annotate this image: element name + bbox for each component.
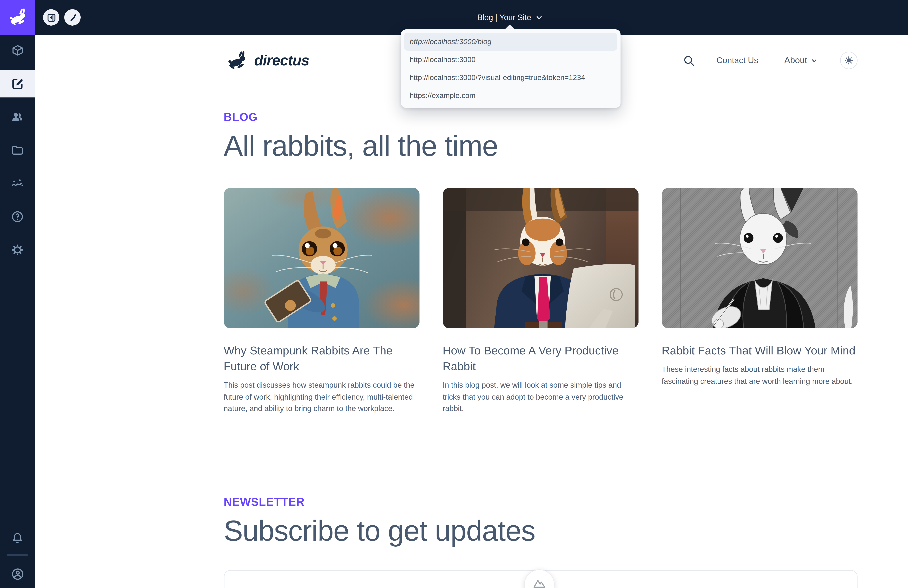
post-image-steampunk-rabbit — [224, 188, 419, 328]
directus-rabbit-icon — [224, 50, 249, 71]
help-icon — [11, 210, 24, 223]
chevron-down-icon — [536, 14, 543, 21]
directus-visual-editor: Blog | Your Site 1860 × 1020 100% — [0, 0, 908, 588]
settings-icon — [11, 243, 24, 256]
post-image-productive-rabbit — [443, 188, 638, 328]
site-brand-wordmark: directus — [254, 52, 309, 69]
url-option[interactable]: https://example.com — [404, 87, 617, 104]
blog-post-card[interactable]: Rabbit Facts That Will Blow Your Mind Th… — [662, 188, 857, 414]
blog-eyebrow: BLOG — [224, 111, 857, 124]
blog-title: All rabbits, all the time — [224, 129, 857, 162]
post-title: Why Steampunk Rabbits Are The Future of … — [224, 342, 419, 374]
nav-dropdown-about[interactable]: About — [784, 56, 817, 65]
editor-toolbar — [43, 9, 80, 26]
mountain-icon — [532, 570, 546, 588]
post-description: In this blog post, we will look at some … — [443, 379, 638, 414]
site-preview: directus Contact Us About — [35, 35, 908, 588]
sidebar-item-files[interactable] — [0, 136, 35, 164]
module-sidebar — [0, 35, 35, 588]
blog-post-card[interactable]: How To Become A Very Productive Rabbit I… — [443, 188, 638, 414]
nav-link-contact-us[interactable]: Contact Us — [716, 56, 758, 65]
url-switcher-dropdown: http://localhost:3000/blog http://localh… — [401, 29, 620, 108]
folder-icon — [11, 143, 24, 157]
collapse-panel-button[interactable] — [43, 9, 60, 26]
edit-icon — [11, 77, 24, 90]
sidebar-item-help[interactable] — [0, 202, 35, 230]
directus-rabbit-icon — [6, 8, 29, 27]
post-description: This post discusses how steampunk rabbit… — [224, 379, 419, 414]
url-option[interactable]: http://localhost:3000 — [404, 51, 617, 69]
post-title: How To Become A Very Productive Rabbit — [443, 342, 638, 374]
user-circle-icon — [11, 567, 24, 581]
search-icon — [683, 55, 695, 66]
post-image-victorian-rabbit — [662, 188, 857, 328]
url-option[interactable]: http://localhost:3000/?visual-editing=tr… — [404, 69, 617, 87]
sidebar-item-settings[interactable] — [0, 236, 35, 263]
theme-toggle-button[interactable] — [840, 52, 857, 69]
site-nav: Contact Us About — [683, 52, 857, 69]
blog-post-card[interactable]: Why Steampunk Rabbits Are The Future of … — [224, 188, 419, 414]
notifications-button[interactable] — [0, 524, 35, 552]
chevron-down-icon — [811, 58, 817, 64]
sidebar-divider — [7, 554, 28, 556]
sidebar-item-users[interactable] — [0, 103, 35, 131]
sun-icon — [844, 56, 853, 65]
site-brand[interactable]: directus — [224, 50, 309, 71]
newsletter-eyebrow: NEWSLETTER — [224, 495, 857, 508]
url-option[interactable]: http://localhost:3000/blog — [404, 33, 617, 51]
post-title: Rabbit Facts That Will Blow Your Mind — [662, 342, 857, 358]
sidebar-item-content[interactable] — [0, 37, 35, 64]
newsletter-title: Subscribe to get updates — [224, 514, 857, 547]
insights-icon — [11, 177, 24, 190]
directus-app-logo[interactable] — [0, 0, 35, 35]
user-menu-button[interactable] — [0, 560, 35, 588]
sidebar-item-visual-editor[interactable] — [0, 70, 35, 98]
collapse-panel-icon — [47, 13, 56, 22]
site-switcher-label: Blog | Your Site — [477, 13, 531, 22]
blog-post-grid: Why Steampunk Rabbits Are The Future of … — [224, 188, 857, 414]
search-button[interactable] — [683, 55, 695, 66]
bell-icon — [11, 532, 24, 545]
users-icon — [11, 110, 24, 124]
edit-pencil-icon — [68, 13, 77, 22]
sidebar-item-insights[interactable] — [0, 169, 35, 197]
box-icon — [11, 44, 24, 56]
post-description: These interesting facts about rabbits ma… — [662, 364, 857, 387]
nav-about-label: About — [784, 56, 807, 65]
edit-mode-button[interactable] — [64, 9, 80, 26]
sidebar-bottom — [0, 524, 35, 588]
